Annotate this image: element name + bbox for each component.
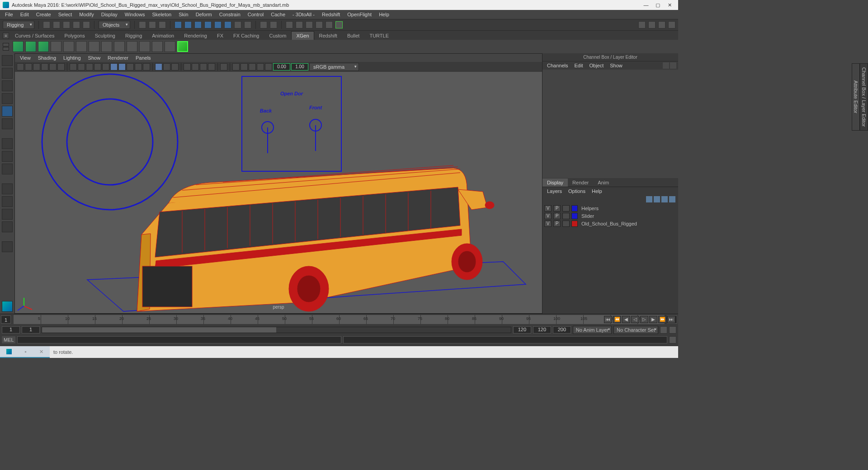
snap-point-icon[interactable] [194, 21, 202, 28]
maya-home-icon[interactable] [2, 301, 13, 312]
layer-row[interactable]: VPHelpers [544, 204, 676, 212]
maximize-button[interactable]: ▢ [655, 2, 661, 8]
layer-move-up-icon[interactable] [646, 196, 652, 202]
layout-preset3-icon[interactable] [2, 209, 13, 220]
layer-display-type[interactable] [562, 205, 570, 212]
menu-edit[interactable]: Edit [17, 11, 32, 18]
shelf-tab-bullet[interactable]: Bullet [342, 31, 365, 40]
close-button[interactable]: ✕ [666, 2, 673, 8]
shelf-tab-fx[interactable]: FX [212, 31, 228, 40]
layer-move-dn-icon[interactable] [654, 196, 660, 202]
vp-field-chart-icon[interactable] [102, 63, 109, 70]
shelf-tab-turtle[interactable]: TURTLE [364, 31, 394, 40]
rp-icon1[interactable] [663, 62, 669, 69]
vp-op3-icon[interactable] [257, 63, 264, 70]
menu-deform[interactable]: Deform [193, 11, 215, 18]
play-fwd-icon[interactable]: ▷ [640, 316, 648, 323]
layer-playback-toggle[interactable]: P [553, 213, 561, 219]
layer-vis-toggle[interactable]: V [544, 213, 552, 219]
script-lang-label[interactable]: MEL [2, 336, 15, 343]
play-back-icon[interactable]: ◁ [631, 316, 639, 323]
layer-display-type[interactable] [562, 221, 570, 227]
shelf-tab-rendering[interactable]: Rendering [179, 31, 212, 40]
rp-icon2[interactable] [670, 62, 676, 69]
vp-2d-pan-icon[interactable] [49, 63, 57, 70]
new-scene-icon[interactable] [43, 21, 50, 28]
lasso-tool-icon[interactable] [2, 68, 13, 79]
select-tool-icon[interactable] [2, 55, 13, 66]
step-fwd-key-icon[interactable]: ⏩ [658, 316, 666, 323]
layer-row[interactable]: VPOld_School_Bus_Rigged [544, 220, 676, 227]
menu-skeleton[interactable]: Skeleton [149, 11, 175, 18]
go-end-icon[interactable]: ⏭ [667, 316, 675, 323]
layer-vis-toggle[interactable]: V [544, 221, 552, 227]
current-frame-field[interactable]: 1 [1, 315, 11, 324]
vp-menu-renderer[interactable]: Renderer [104, 55, 132, 61]
vp-ao-icon[interactable] [184, 63, 191, 70]
range-inner-end-field[interactable]: 120 [513, 326, 531, 334]
shelf-tab-custom[interactable]: Custom [264, 31, 292, 40]
vp-wireframe-icon[interactable] [110, 63, 118, 70]
vp-menu-view[interactable]: View [17, 55, 34, 61]
layer-tab-anim[interactable]: Anim [593, 179, 613, 187]
redo-icon[interactable] [83, 21, 90, 28]
open-scene-icon[interactable] [53, 21, 60, 28]
layout-preset5-icon[interactable] [2, 241, 13, 252]
vp-xray-joint-icon[interactable] [171, 63, 179, 70]
range-start-field[interactable]: 1 [2, 326, 20, 334]
layer-vis-toggle[interactable]: V [544, 205, 552, 212]
layout-2-icon[interactable] [648, 21, 656, 28]
menu-create[interactable]: Create [33, 11, 54, 18]
layer-color-swatch[interactable] [571, 213, 578, 219]
layout-single-icon[interactable] [2, 151, 13, 162]
layer-playback-toggle[interactable]: P [553, 205, 561, 212]
anim-layer-dropdown[interactable]: No Anim Layer [573, 326, 612, 334]
layer-menu-options[interactable]: Options [566, 188, 588, 194]
channel-menu-channels[interactable]: Channels [544, 62, 571, 69]
snap-view-icon[interactable] [224, 21, 231, 28]
sel-mode3-icon[interactable] [159, 21, 166, 28]
colorspace-dropdown[interactable]: sRGB gamma [309, 63, 359, 71]
vp-lock-cam-icon[interactable] [25, 63, 32, 70]
autokey-icon[interactable] [660, 326, 667, 334]
step-back-key-icon[interactable]: ⏪ [613, 316, 621, 323]
vp-op1-icon[interactable] [241, 63, 248, 70]
shelf-editor-dn-icon[interactable] [3, 47, 9, 51]
vp-shadows-icon[interactable] [143, 63, 150, 70]
vp-menu-show[interactable]: Show [85, 55, 104, 61]
range-end-field[interactable]: 120 [533, 326, 551, 334]
xgen-tool14-icon[interactable] [177, 41, 188, 52]
vp-textured-icon[interactable] [127, 63, 134, 70]
menu-openflight[interactable]: OpenFlight [344, 11, 375, 18]
vp-select-cam-icon[interactable] [17, 63, 24, 70]
viewport-canvas[interactable]: Open Dor Back Front [15, 72, 542, 313]
vp-op2-icon[interactable] [249, 63, 256, 70]
vp-lights-icon[interactable] [135, 63, 142, 70]
channel-menu-edit[interactable]: Edit [571, 62, 585, 69]
layout-preset1-icon[interactable] [2, 183, 13, 194]
xgen-tool4-icon[interactable] [51, 41, 61, 52]
character-set-dropdown[interactable]: No Character Set [613, 326, 658, 334]
layer-row[interactable]: VPSlider [544, 212, 676, 220]
xgen-tool7-icon[interactable] [89, 41, 99, 52]
xgen-tool11-icon[interactable] [139, 41, 150, 52]
vp-motion-blur-icon[interactable] [192, 63, 199, 70]
lock-icon[interactable] [260, 21, 267, 28]
prefs-icon[interactable] [669, 326, 676, 334]
shelf-editor-up-icon[interactable] [3, 43, 9, 47]
layer-color-swatch[interactable] [571, 221, 578, 227]
vp-xray-icon[interactable] [163, 63, 170, 70]
layout-4-icon[interactable] [668, 21, 675, 28]
layout-3-icon[interactable] [658, 21, 665, 28]
shelf-tab-curves-surfaces[interactable]: Curves / Surfaces [10, 31, 59, 40]
sel-mode2-icon[interactable] [149, 21, 156, 28]
selection-mask-dropdown[interactable]: Objects [99, 21, 130, 29]
hypershade-icon[interactable] [326, 21, 333, 28]
render-icon[interactable] [286, 21, 293, 28]
fps-field[interactable]: 200 [553, 326, 571, 334]
layer-tab-display[interactable]: Display [542, 179, 568, 187]
range-inner-start-field[interactable]: 1 [22, 326, 40, 334]
render-view-icon[interactable] [316, 21, 323, 28]
shelf-tab-fx-caching[interactable]: FX Caching [228, 31, 264, 40]
layer-menu-layers[interactable]: Layers [544, 188, 565, 194]
